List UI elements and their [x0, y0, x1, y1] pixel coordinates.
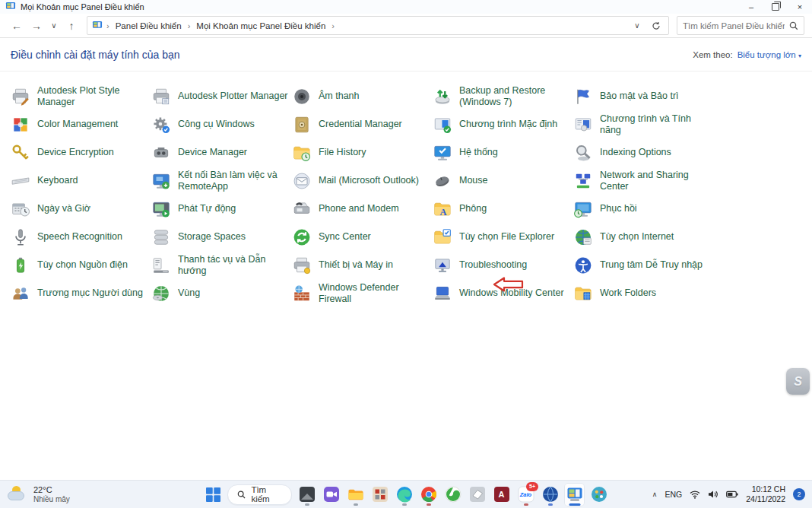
- remote-desktop-icon: [151, 170, 171, 191]
- taskbar-app-globe-app[interactable]: [540, 483, 560, 506]
- language-indicator[interactable]: ENG: [665, 490, 682, 499]
- taskbar-app-sketchup[interactable]: [467, 483, 487, 506]
- svg-text:A: A: [439, 207, 446, 217]
- control-panel-item[interactable]: Ngày và Giờ: [10, 195, 151, 223]
- search-icon: [237, 490, 246, 500]
- close-button[interactable]: ×: [788, 0, 812, 14]
- search-placeholder: Tìm kiếm Panel Điều khiển: [683, 21, 785, 30]
- start-button[interactable]: [203, 483, 223, 506]
- back-button[interactable]: ←: [8, 17, 26, 35]
- control-panel-item[interactable]: Công cụ Windows: [151, 110, 291, 138]
- control-panel-item[interactable]: Trương mục Người dùng: [10, 279, 151, 307]
- control-panel-item[interactable]: Chương trình Mặc định: [432, 110, 573, 138]
- address-bar[interactable]: › Panel Điều khiển › Mọi Khoản mục Panel…: [87, 16, 669, 35]
- refresh-icon[interactable]: [649, 21, 664, 30]
- breadcrumb-control-panel[interactable]: Panel Điều khiển: [113, 21, 184, 31]
- clock[interactable]: 10:12 CH 24/11/2022: [746, 484, 785, 503]
- control-panel-item[interactable]: Color Management: [10, 110, 151, 138]
- control-panel-item[interactable]: Windows Defender Firewall: [291, 279, 432, 307]
- control-panel-item[interactable]: Phát Tự động: [151, 195, 291, 223]
- breadcrumb-all-items[interactable]: Mọi Khoản mục Panel Điều khiển: [194, 21, 328, 31]
- control-panel-item[interactable]: Credential Manager: [291, 110, 432, 138]
- item-label: Bảo mật và Bảo trì: [600, 90, 679, 102]
- minimize-button[interactable]: –: [739, 0, 763, 14]
- control-panel-item[interactable]: Thiết bị và Máy in: [291, 251, 432, 279]
- search-input[interactable]: Tìm kiếm Panel Điều khiển: [677, 16, 804, 35]
- control-panel-item[interactable]: Storage Spaces: [151, 223, 291, 251]
- control-panel-item[interactable]: APhông: [432, 195, 573, 223]
- item-label: Thiết bị và Máy in: [319, 259, 393, 271]
- control-panel-item[interactable]: Kết nối Bàn làm việc và RemoteApp: [151, 167, 291, 195]
- control-panel-item[interactable]: Tùy chọn Internet: [573, 223, 713, 251]
- app-badge: 5+: [526, 482, 538, 491]
- item-label: Công cụ Windows: [178, 119, 255, 130]
- taskbar-app-coc-coc-browser[interactable]: [442, 483, 463, 506]
- item-label: Credential Manager: [319, 119, 402, 130]
- control-panel-item[interactable]: Thanh tác vụ và Dẫn hướng: [151, 251, 291, 279]
- taskbar-app-google-chrome[interactable]: [418, 483, 439, 506]
- widgets-weather-button[interactable]: 22°C Nhiều mây: [0, 485, 70, 503]
- control-panel-item[interactable]: Keyboard: [10, 167, 151, 195]
- control-panel-item[interactable]: Autodesk Plotter Manager: [151, 82, 291, 110]
- taskbar-app-control-panel[interactable]: [564, 483, 585, 506]
- speech-recognition-icon: [10, 227, 30, 247]
- floating-widget-glyph: S: [794, 375, 802, 389]
- taskbar-app-dark-app[interactable]: [297, 483, 317, 506]
- control-panel-item[interactable]: Speech Recognition: [10, 223, 151, 251]
- notification-count-badge[interactable]: 2: [793, 488, 805, 500]
- control-panel-item[interactable]: Phone and Modem: [291, 195, 432, 223]
- control-panel-item[interactable]: Device Encryption: [10, 138, 151, 167]
- control-panel-item[interactable]: Mouse: [432, 167, 573, 195]
- item-label: Vùng: [178, 287, 200, 299]
- floating-widget[interactable]: S: [786, 368, 810, 395]
- control-panel-item[interactable]: Mail (Microsoft Outlook): [291, 167, 432, 195]
- control-panel-item[interactable]: Trung tâm Dễ Truy nhập: [573, 251, 713, 279]
- forward-button[interactable]: →: [27, 17, 46, 35]
- control-panel-item[interactable]: Hệ thống: [432, 138, 573, 167]
- taskbar-app-file-explorer[interactable]: [345, 483, 366, 506]
- view-by-dropdown[interactable]: Biểu tượng lớn ▾: [737, 50, 801, 59]
- running-indicator: [305, 503, 309, 506]
- control-panel-item[interactable]: Vùng: [151, 279, 291, 307]
- volume-icon[interactable]: [708, 490, 718, 499]
- battery-icon[interactable]: [726, 491, 738, 498]
- taskbar-app-input-tool-app[interactable]: [370, 483, 390, 506]
- indexing-options-icon: [573, 142, 593, 163]
- address-dropdown-icon[interactable]: ∨: [630, 21, 645, 30]
- item-label: Autodesk Plot Style Manager: [37, 85, 147, 108]
- control-panel-item[interactable]: Device Manager: [151, 138, 291, 167]
- taskbar-search[interactable]: Tìm kiếm: [227, 484, 292, 505]
- control-panel-item[interactable]: Troubleshooting: [432, 251, 573, 279]
- taskbar-app-autocad[interactable]: A: [491, 483, 512, 506]
- navigation-toolbar: ← → ∨ ↑ › Panel Điều khiển › Mọi Khoản m…: [0, 14, 812, 38]
- wifi-icon[interactable]: [690, 490, 700, 499]
- taskbar-app-video-call-app[interactable]: [321, 483, 341, 506]
- control-panel-item[interactable]: Windows Mobility Center: [432, 279, 573, 307]
- security-maintenance-icon: [573, 86, 593, 106]
- control-panel-item[interactable]: File History: [291, 138, 432, 167]
- device-encryption-icon: [10, 142, 30, 163]
- taskbar-app-microsoft-edge[interactable]: [394, 483, 414, 506]
- control-panel-item[interactable]: Work Folders: [573, 279, 713, 307]
- control-panel-item[interactable]: Âm thanh: [291, 82, 432, 110]
- control-panel-item[interactable]: Tùy chọn File Explorer: [432, 223, 573, 251]
- taskbar-app-zalo[interactable]: Zalo5+: [515, 483, 536, 506]
- control-panel-item[interactable]: Bảo mật và Bảo trì: [573, 82, 713, 110]
- up-button[interactable]: ↑: [62, 17, 81, 35]
- control-panel-item[interactable]: Network and Sharing Center: [573, 167, 713, 195]
- item-label: Autodesk Plotter Manager: [178, 90, 288, 102]
- taskbar-app-paint-app[interactable]: [588, 483, 609, 506]
- running-indicator: [524, 503, 528, 506]
- control-panel-item[interactable]: Chương trình và Tính năng: [573, 110, 713, 138]
- control-panel-item[interactable]: Autodesk Plot Style Manager: [10, 82, 151, 110]
- tray-overflow-chevron-icon[interactable]: ∧: [652, 491, 658, 498]
- control-panel-item[interactable]: Phục hồi: [573, 195, 713, 223]
- control-panel-item[interactable]: Sync Center: [291, 223, 432, 251]
- windows-logo-icon: [206, 487, 220, 502]
- taskbar-center: Tìm kiếm AZalo5+: [203, 483, 609, 506]
- recent-pages-dropdown[interactable]: ∨: [47, 17, 61, 35]
- control-panel-item[interactable]: Backup and Restore (Windows 7): [432, 82, 573, 110]
- restore-button[interactable]: [763, 0, 788, 14]
- control-panel-item[interactable]: Tùy chọn Nguồn điện: [10, 251, 151, 279]
- control-panel-item[interactable]: Indexing Options: [573, 138, 713, 167]
